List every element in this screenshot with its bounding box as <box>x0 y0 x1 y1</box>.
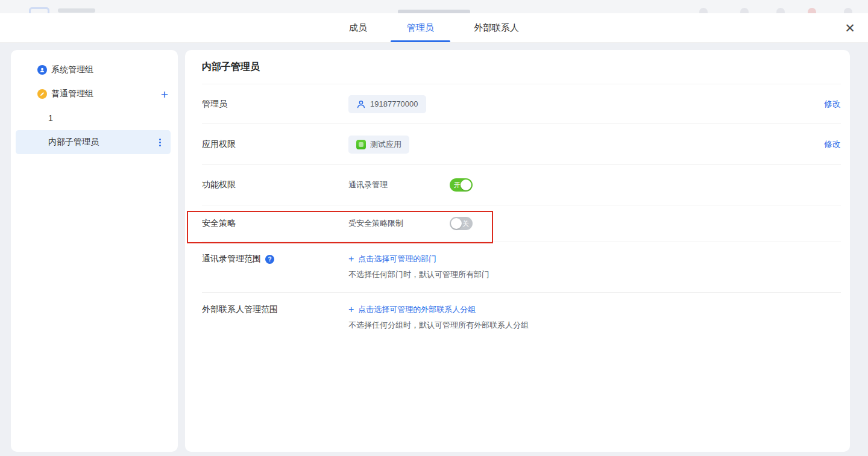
user-badge-icon <box>37 65 47 75</box>
background-toolbar-icon <box>699 8 708 13</box>
row-contacts-scope: 通讯录管理范围 ? + 点击选择可管理的部门 不选择任何部门时，默认可管理所有部… <box>202 242 841 293</box>
row-external-scope: 外部联系人管理范围 + 点击选择可管理的外部联系人分组 不选择任何分组时，默认可… <box>202 293 841 348</box>
row-label: 管理员 <box>202 99 348 110</box>
row-app-permission: 应用权限 测试应用 修改 <box>202 124 841 165</box>
admin-phone: 19187770000 <box>370 99 418 108</box>
plus-icon: + <box>348 305 354 314</box>
row-label: 外部联系人管理范围 <box>202 304 348 315</box>
sidebar-item-normal-admin-group[interactable]: 普通管理组 + <box>11 82 178 106</box>
contacts-management-toggle-on[interactable]: 开 <box>450 178 473 192</box>
external-scope-hint: 不选择任何分组时，默认可管理所有外部联系人分组 <box>348 320 529 331</box>
row-label: 应用权限 <box>202 139 348 150</box>
help-icon[interactable]: ? <box>265 255 274 264</box>
row-label-text: 通讯录管理范围 <box>202 254 261 264</box>
toggle-on-label: 开 <box>454 178 461 192</box>
sidebar-item-label: 内部子管理员 <box>48 137 99 148</box>
app-tag: 测试应用 <box>348 136 409 154</box>
add-admin-group-icon[interactable]: + <box>161 88 168 101</box>
background-toolbar-icon <box>844 8 852 13</box>
modify-app-link[interactable]: 修改 <box>824 139 841 150</box>
pencil-badge-icon <box>37 89 47 99</box>
contacts-scope-hint: 不选择任何部门时，默认可管理所有部门 <box>348 269 489 280</box>
tab-members[interactable]: 成员 <box>349 13 367 42</box>
row-feature-permission: 功能权限 通讯录管理 开 <box>202 165 841 205</box>
dialog-header: 成员 管理员 外部联系人 ✕ <box>0 13 868 43</box>
select-external-groups-label: 点击选择可管理的外部联系人分组 <box>358 304 476 315</box>
background-text-placeholder <box>58 8 95 13</box>
app-name: 测试应用 <box>370 139 401 150</box>
plus-icon: + <box>348 254 354 264</box>
more-options-icon[interactable] <box>157 137 163 148</box>
tab-administrators[interactable]: 管理员 <box>407 13 434 42</box>
person-icon <box>356 99 366 109</box>
admin-user-tag: 19187770000 <box>348 95 426 113</box>
security-policy-toggle-off[interactable]: 关 <box>450 217 473 230</box>
dialog-tabs: 成员 管理员 外部联系人 <box>329 13 539 42</box>
sidebar-item-label: 系统管理组 <box>51 64 93 75</box>
background-toolbar-icon <box>776 8 785 13</box>
select-departments-link[interactable]: + 点击选择可管理的部门 <box>348 254 489 264</box>
sidebar-item-label: 1 <box>48 113 53 123</box>
app-icon <box>356 140 366 149</box>
background-logo <box>29 7 49 13</box>
dimmed-background-page <box>0 0 868 13</box>
modify-admin-link[interactable]: 修改 <box>824 99 841 110</box>
admin-groups-sidebar: 系统管理组 普通管理组 + 1 内部子管理员 <box>11 50 178 452</box>
admin-detail-panel: 内部子管理员 管理员 19187770000 修改 应用权限 测试应用 修改 <box>185 50 850 452</box>
row-label: 功能权限 <box>202 180 348 190</box>
security-policy-text: 受安全策略限制 <box>348 218 450 229</box>
close-icon[interactable]: ✕ <box>841 19 858 36</box>
row-label: 通讯录管理范围 ? <box>202 254 348 264</box>
sidebar-item-group-1[interactable]: 1 <box>11 106 178 130</box>
sidebar-item-system-admin-group[interactable]: 系统管理组 <box>11 58 178 82</box>
select-external-groups-link[interactable]: + 点击选择可管理的外部联系人分组 <box>348 304 529 315</box>
select-departments-label: 点击选择可管理的部门 <box>358 254 436 264</box>
row-administrator: 管理员 19187770000 修改 <box>202 84 841 124</box>
page-title: 内部子管理员 <box>202 50 841 84</box>
toggle-off-label: 关 <box>462 217 469 230</box>
background-avatar <box>808 8 816 13</box>
row-label: 安全策略 <box>202 218 348 229</box>
sidebar-item-label: 普通管理组 <box>51 89 93 99</box>
toggle-knob <box>461 180 471 190</box>
row-security-policy: 安全策略 受安全策略限制 关 <box>202 205 841 242</box>
background-toolbar-icon <box>740 8 749 13</box>
tab-external-contacts[interactable]: 外部联系人 <box>474 13 519 42</box>
feature-name: 通讯录管理 <box>348 180 450 190</box>
sidebar-item-internal-sub-admin[interactable]: 内部子管理员 <box>16 130 171 154</box>
toggle-knob <box>451 218 462 229</box>
